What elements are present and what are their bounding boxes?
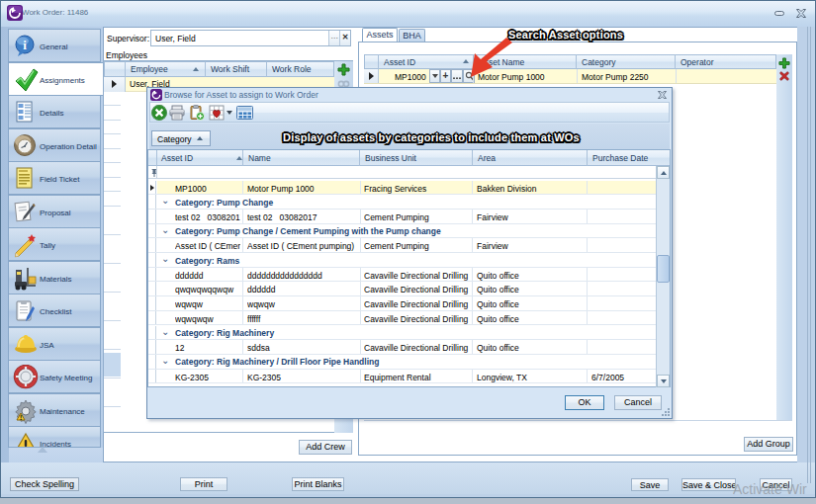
svg-text:i: i (23, 38, 27, 52)
svg-text:!: ! (20, 413, 22, 420)
